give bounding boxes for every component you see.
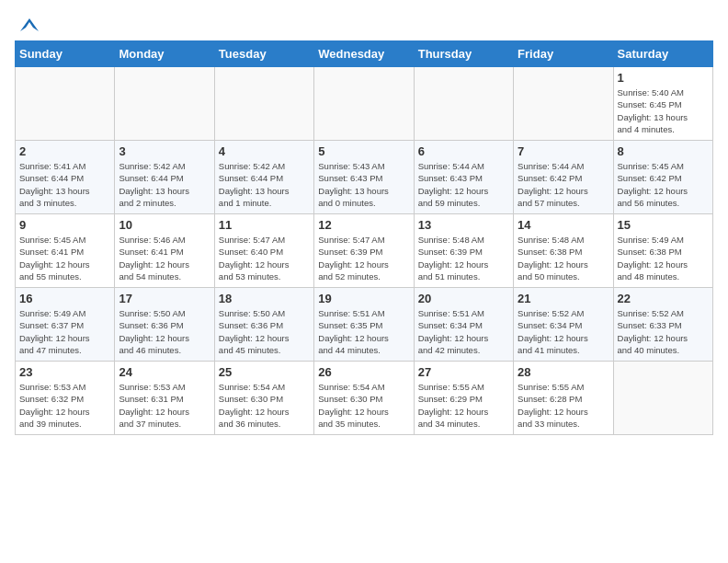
day-number: 17 [119,292,210,305]
day-number: 24 [119,365,210,379]
day-number: 11 [219,218,310,232]
day-info: Sunrise: 5:40 AM Sunset: 6:45 PM Dayligh… [618,86,709,135]
calendar-day-cell: 20Sunrise: 5:51 AM Sunset: 6:34 PM Dayli… [414,288,513,362]
day-info: Sunrise: 5:47 AM Sunset: 6:40 PM Dayligh… [219,234,310,282]
calendar-day-cell [414,67,513,141]
day-number: 26 [318,365,409,379]
calendar-day-cell: 2Sunrise: 5:41 AM Sunset: 6:44 PM Daylig… [16,141,115,214]
calendar-day-cell: 27Sunrise: 5:55 AM Sunset: 6:29 PM Dayli… [414,362,513,435]
day-info: Sunrise: 5:51 AM Sunset: 6:34 PM Dayligh… [418,307,509,356]
calendar-day-cell: 26Sunrise: 5:54 AM Sunset: 6:30 PM Dayli… [314,362,414,435]
day-info: Sunrise: 5:48 AM Sunset: 6:39 PM Dayligh… [418,234,509,282]
column-header-friday: Friday [514,41,613,67]
calendar-week-row: 9Sunrise: 5:45 AM Sunset: 6:41 PM Daylig… [16,214,713,288]
day-number: 21 [518,292,609,305]
calendar-day-cell: 4Sunrise: 5:42 AM Sunset: 6:44 PM Daylig… [214,141,313,214]
calendar-day-cell [115,67,214,141]
column-header-saturday: Saturday [613,41,712,67]
day-number: 5 [318,144,409,158]
day-number: 2 [19,144,110,158]
day-info: Sunrise: 5:44 AM Sunset: 6:43 PM Dayligh… [418,160,509,209]
day-info: Sunrise: 5:52 AM Sunset: 6:33 PM Dayligh… [618,307,709,356]
svg-marker-0 [20,18,39,31]
day-number: 1 [618,71,709,85]
day-info: Sunrise: 5:51 AM Sunset: 6:35 PM Dayligh… [318,307,409,356]
calendar-day-cell: 13Sunrise: 5:48 AM Sunset: 6:39 PM Dayli… [414,214,513,288]
calendar-day-cell: 9Sunrise: 5:45 AM Sunset: 6:41 PM Daylig… [16,214,115,288]
calendar-day-cell [314,67,414,141]
day-number: 3 [119,144,210,158]
day-info: Sunrise: 5:49 AM Sunset: 6:37 PM Dayligh… [19,307,110,356]
calendar-week-row: 1Sunrise: 5:40 AM Sunset: 6:45 PM Daylig… [16,67,713,141]
calendar-day-cell: 22Sunrise: 5:52 AM Sunset: 6:33 PM Dayli… [613,288,712,362]
day-info: Sunrise: 5:45 AM Sunset: 6:41 PM Dayligh… [19,234,110,282]
calendar-day-cell: 10Sunrise: 5:46 AM Sunset: 6:41 PM Dayli… [115,214,214,288]
day-info: Sunrise: 5:52 AM Sunset: 6:34 PM Dayligh… [518,307,609,356]
calendar-day-cell: 5Sunrise: 5:43 AM Sunset: 6:43 PM Daylig… [314,141,414,214]
day-number: 19 [318,292,409,305]
calendar-day-cell [613,362,712,435]
calendar-day-cell [16,67,115,141]
logo [15,15,42,33]
day-info: Sunrise: 5:42 AM Sunset: 6:44 PM Dayligh… [219,160,310,209]
calendar-day-cell: 28Sunrise: 5:55 AM Sunset: 6:28 PM Dayli… [514,362,613,435]
logo-bird-icon [17,15,42,33]
calendar-day-cell [514,67,613,141]
column-header-tuesday: Tuesday [214,41,313,67]
day-info: Sunrise: 5:55 AM Sunset: 6:29 PM Dayligh… [418,381,509,430]
calendar-day-cell: 15Sunrise: 5:49 AM Sunset: 6:38 PM Dayli… [613,214,712,288]
day-info: Sunrise: 5:53 AM Sunset: 6:31 PM Dayligh… [119,381,210,430]
day-number: 9 [19,218,110,232]
day-number: 28 [518,365,609,379]
calendar-table: SundayMondayTuesdayWednesdayThursdayFrid… [15,40,713,435]
calendar-day-cell: 3Sunrise: 5:42 AM Sunset: 6:44 PM Daylig… [115,141,214,214]
calendar-day-cell: 7Sunrise: 5:44 AM Sunset: 6:42 PM Daylig… [514,141,613,214]
day-number: 15 [618,218,709,232]
day-number: 25 [219,365,310,379]
calendar-day-cell: 8Sunrise: 5:45 AM Sunset: 6:42 PM Daylig… [613,141,712,214]
day-number: 22 [618,292,709,305]
day-info: Sunrise: 5:54 AM Sunset: 6:30 PM Dayligh… [219,381,310,430]
calendar-week-row: 2Sunrise: 5:41 AM Sunset: 6:44 PM Daylig… [16,141,713,214]
calendar-week-row: 16Sunrise: 5:49 AM Sunset: 6:37 PM Dayli… [16,288,713,362]
day-number: 8 [618,144,709,158]
day-number: 18 [219,292,310,305]
calendar-day-cell: 17Sunrise: 5:50 AM Sunset: 6:36 PM Dayli… [115,288,214,362]
day-info: Sunrise: 5:49 AM Sunset: 6:38 PM Dayligh… [618,234,709,282]
column-header-monday: Monday [115,41,214,67]
day-number: 13 [418,218,509,232]
day-info: Sunrise: 5:43 AM Sunset: 6:43 PM Dayligh… [318,160,409,209]
calendar-day-cell: 1Sunrise: 5:40 AM Sunset: 6:45 PM Daylig… [613,67,712,141]
calendar-day-cell: 25Sunrise: 5:54 AM Sunset: 6:30 PM Dayli… [214,362,313,435]
day-number: 10 [119,218,210,232]
day-info: Sunrise: 5:50 AM Sunset: 6:36 PM Dayligh… [119,307,210,356]
day-info: Sunrise: 5:41 AM Sunset: 6:44 PM Dayligh… [19,160,110,209]
day-info: Sunrise: 5:42 AM Sunset: 6:44 PM Dayligh… [119,160,210,209]
day-info: Sunrise: 5:47 AM Sunset: 6:39 PM Dayligh… [318,234,409,282]
calendar-header-row: SundayMondayTuesdayWednesdayThursdayFrid… [16,41,713,67]
day-number: 4 [219,144,310,158]
day-number: 20 [418,292,509,305]
day-number: 27 [418,365,509,379]
calendar-week-row: 23Sunrise: 5:53 AM Sunset: 6:32 PM Dayli… [16,362,713,435]
column-header-sunday: Sunday [16,41,115,67]
calendar-day-cell: 6Sunrise: 5:44 AM Sunset: 6:43 PM Daylig… [414,141,513,214]
calendar-day-cell: 14Sunrise: 5:48 AM Sunset: 6:38 PM Dayli… [514,214,613,288]
day-number: 6 [418,144,509,158]
calendar-day-cell: 18Sunrise: 5:50 AM Sunset: 6:36 PM Dayli… [214,288,313,362]
day-info: Sunrise: 5:44 AM Sunset: 6:42 PM Dayligh… [518,160,609,209]
day-number: 23 [19,365,110,379]
calendar-day-cell: 12Sunrise: 5:47 AM Sunset: 6:39 PM Dayli… [314,214,414,288]
day-info: Sunrise: 5:48 AM Sunset: 6:38 PM Dayligh… [518,234,609,282]
day-number: 7 [518,144,609,158]
page-header [15,15,713,33]
calendar-day-cell: 16Sunrise: 5:49 AM Sunset: 6:37 PM Dayli… [16,288,115,362]
day-number: 12 [318,218,409,232]
day-number: 16 [19,292,110,305]
day-info: Sunrise: 5:53 AM Sunset: 6:32 PM Dayligh… [19,381,110,430]
day-number: 14 [518,218,609,232]
calendar-day-cell: 24Sunrise: 5:53 AM Sunset: 6:31 PM Dayli… [115,362,214,435]
day-info: Sunrise: 5:46 AM Sunset: 6:41 PM Dayligh… [119,234,210,282]
column-header-thursday: Thursday [414,41,513,67]
calendar-day-cell: 21Sunrise: 5:52 AM Sunset: 6:34 PM Dayli… [514,288,613,362]
